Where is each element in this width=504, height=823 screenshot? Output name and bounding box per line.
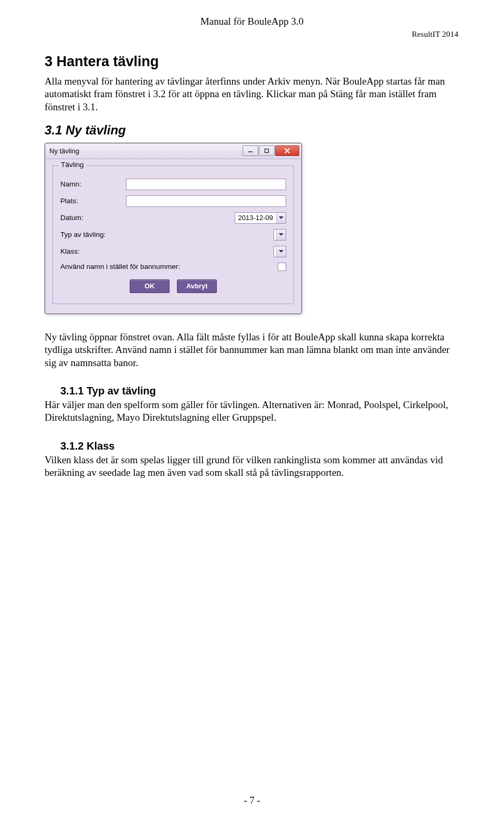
dialog-body: Tävling Namn: Plats: Datum: 2013-12-09	[45, 159, 301, 314]
label-typ: Typ av tävling:	[60, 231, 126, 238]
heading-hantera-tavling: 3 Hantera tävling	[45, 54, 459, 70]
plats-input[interactable]	[126, 195, 286, 207]
chevron-down-icon	[276, 213, 286, 223]
paragraph-typ: Här väljer man den spelform som gäller f…	[45, 399, 459, 424]
heading-typ-av-tavling: 3.1.1 Typ av tävling	[60, 385, 459, 397]
heading-ny-tavling: 3.1 Ny tävling	[45, 123, 459, 138]
groupbox-legend: Tävling	[58, 161, 87, 169]
close-button[interactable]	[275, 145, 299, 156]
use-name-checkbox[interactable]	[278, 263, 286, 271]
paragraph-klass: Vilken klass det är som spelas ligger ti…	[45, 454, 459, 480]
dialog-buttons: OK Avbryt	[60, 279, 286, 293]
maximize-button[interactable]	[259, 145, 275, 156]
minimize-button[interactable]	[243, 145, 258, 156]
dialog-titlebar: Ny tävling	[45, 143, 301, 159]
row-datum: Datum: 2013-12-09	[60, 212, 286, 224]
datum-value: 2013-12-09	[235, 214, 277, 222]
page-number: - 7 -	[0, 795, 504, 806]
groupbox-tavling: Tävling Namn: Plats: Datum: 2013-12-09	[52, 165, 294, 304]
dialog-ny-tavling: Ny tävling Tävling Namn:	[45, 143, 302, 314]
row-klass: Klass:	[60, 246, 286, 257]
row-plats: Plats:	[60, 195, 286, 207]
document-page: Manual för BouleApp 3.0 ResultIT 2014 3 …	[0, 0, 504, 823]
window-controls	[243, 145, 299, 156]
dialog-title: Ny tävling	[49, 147, 79, 155]
typ-dropdown[interactable]	[274, 229, 286, 241]
cancel-button[interactable]: Avbryt	[177, 279, 217, 293]
doc-header-center: Manual för BouleApp 3.0	[45, 16, 459, 27]
label-klass: Klass:	[60, 247, 126, 255]
namn-input[interactable]	[126, 179, 286, 190]
paragraph-intro: Alla menyval för hantering av tävlingar …	[45, 75, 459, 113]
chevron-down-icon	[276, 230, 286, 240]
row-use-name: Använd namn i stället för bannummer:	[60, 263, 286, 271]
klass-dropdown[interactable]	[274, 246, 286, 257]
datum-picker[interactable]: 2013-12-09	[235, 212, 287, 224]
row-namn: Namn:	[60, 179, 286, 190]
label-use-name: Använd namn i stället för bannummer:	[60, 263, 218, 270]
ok-button[interactable]: OK	[130, 279, 170, 293]
paragraph-ny-tavling: Ny tävling öppnar fönstret ovan. Alla fä…	[45, 331, 459, 369]
doc-header-right: ResultIT 2014	[45, 29, 459, 39]
heading-klass: 3.1.2 Klass	[60, 440, 459, 452]
row-typ: Typ av tävling:	[60, 229, 286, 241]
label-namn: Namn:	[60, 180, 126, 188]
chevron-down-icon	[276, 246, 286, 257]
label-plats: Plats:	[60, 197, 126, 205]
label-datum: Datum:	[60, 214, 126, 222]
svg-rect-1	[265, 149, 269, 153]
